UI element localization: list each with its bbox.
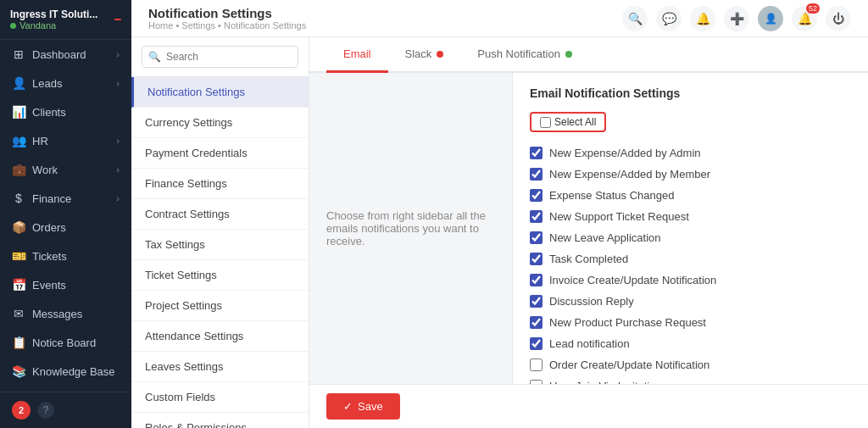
sidebar-item-events[interactable]: 📅 Events bbox=[0, 270, 131, 299]
sidebar-item-tickets[interactable]: 🎫 Tickets bbox=[0, 242, 131, 270]
search-input[interactable] bbox=[142, 46, 298, 68]
leads-icon: 👤 bbox=[12, 76, 25, 90]
notification-checkbox[interactable] bbox=[530, 147, 542, 159]
help-icon[interactable]: ? bbox=[37, 402, 54, 419]
power-icon[interactable]: ⏻ bbox=[826, 6, 851, 31]
checkbox-row: Expense Status Changed bbox=[530, 185, 851, 206]
email-notification-settings: Email Notification Settings Select All N… bbox=[512, 73, 868, 384]
search-icon[interactable]: 🔍 bbox=[622, 6, 648, 31]
sidebar-item-label: Events bbox=[32, 279, 66, 292]
chat-icon[interactable]: 💬 bbox=[656, 6, 682, 31]
settings-menu-item[interactable]: Leaves Settings bbox=[131, 352, 309, 382]
online-indicator bbox=[10, 23, 16, 29]
notification-checkbox[interactable] bbox=[530, 295, 542, 308]
topbar: Notification Settings Home • Settings • … bbox=[131, 0, 868, 37]
sidebar-item-leads[interactable]: 👤 Leads › bbox=[0, 69, 131, 97]
checkbox-row: New Leave Application bbox=[530, 227, 851, 248]
sidebar-item-finance[interactable]: $ Finance › bbox=[0, 184, 131, 213]
checkbox-row: New Support Ticket Request bbox=[530, 206, 851, 227]
select-all-button[interactable]: Select All bbox=[530, 112, 606, 132]
save-check-icon: ✓ bbox=[343, 400, 353, 413]
notification-checkbox[interactable] bbox=[530, 337, 542, 350]
notification-checkbox[interactable] bbox=[530, 359, 542, 371]
sidebar-footer: 2 ? bbox=[0, 392, 131, 428]
avatar[interactable]: 👤 bbox=[758, 6, 783, 31]
chevron-icon: › bbox=[116, 193, 120, 203]
checkbox-row: Invoice Create/Update Notification bbox=[530, 270, 851, 291]
select-all-row: Select All bbox=[530, 112, 851, 132]
save-bar: ✓ Save bbox=[309, 384, 868, 428]
tab-slack[interactable]: Slack bbox=[388, 37, 461, 73]
select-all-checkbox[interactable] bbox=[540, 117, 551, 128]
settings-menu-item[interactable]: Currency Settings bbox=[131, 108, 309, 138]
breadcrumb: Home • Settings • Notification Settings bbox=[148, 20, 306, 31]
sidebar-item-knowledge-base[interactable]: 📚 Knowledge Base bbox=[0, 357, 131, 386]
save-button[interactable]: ✓ Save bbox=[326, 393, 400, 420]
bell-icon[interactable]: 🔔 bbox=[690, 6, 715, 31]
sidebar-item-messages[interactable]: ✉ Messages bbox=[0, 299, 131, 328]
sidebar-item-label: Dashboard bbox=[32, 48, 86, 61]
sidebar-item-label: Clients bbox=[32, 106, 66, 119]
sidebar-item-label: Finance bbox=[32, 192, 71, 205]
notification-checkbox[interactable] bbox=[530, 231, 542, 244]
settings-menu-item[interactable]: Finance Settings bbox=[131, 169, 309, 199]
hr-icon: 👥 bbox=[12, 134, 25, 147]
settings-menu-item[interactable]: Contract Settings bbox=[131, 199, 309, 230]
notification-checkbox[interactable] bbox=[530, 168, 542, 181]
notification-checkbox[interactable] bbox=[530, 189, 542, 202]
kb-icon: 📚 bbox=[12, 364, 25, 378]
notice-icon: 📋 bbox=[12, 336, 25, 349]
tickets-icon: 🎫 bbox=[12, 249, 25, 263]
sidebar-item-label: Orders bbox=[32, 221, 66, 234]
settings-title: Email Notification Settings bbox=[530, 86, 851, 100]
sidebar-item-work[interactable]: 💼 Work › bbox=[0, 155, 131, 184]
checkbox-label: New Support Ticket Request bbox=[549, 210, 689, 223]
checkbox-row: New Product Purchase Request bbox=[530, 312, 851, 333]
settings-menu-item[interactable]: Notification Settings bbox=[131, 77, 309, 108]
page-title-text: Notification Settings bbox=[148, 6, 272, 20]
chevron-icon: › bbox=[116, 78, 120, 88]
notification-checkbox[interactable] bbox=[530, 316, 542, 329]
tab-email[interactable]: Email bbox=[326, 37, 388, 73]
settings-menu-item[interactable]: Custom Fields bbox=[131, 382, 309, 413]
sidebar-item-dashboard[interactable]: ⊞ Dashboard › bbox=[0, 40, 131, 69]
checkbox-row: Discussion Reply bbox=[530, 291, 851, 312]
sidebar-item-label: HR bbox=[32, 135, 48, 147]
chevron-icon: › bbox=[116, 164, 120, 175]
notification-icon[interactable]: 🔔 52 bbox=[792, 6, 817, 31]
sidebar-item-assets[interactable]: 🗂 Assets bbox=[0, 386, 131, 392]
checkbox-row: User Join Via Invitation bbox=[530, 375, 851, 384]
push-dot bbox=[565, 51, 572, 58]
sidebar-item-label: Notice Board bbox=[32, 336, 96, 349]
tab-slack-label: Slack bbox=[405, 47, 432, 60]
sidebar-item-orders[interactable]: 📦 Orders bbox=[0, 213, 131, 242]
tab-email-label: Email bbox=[343, 47, 371, 60]
sidebar-item-notice-board[interactable]: 📋 Notice Board bbox=[0, 328, 131, 357]
settings-menu-item[interactable]: Tax Settings bbox=[131, 230, 309, 260]
sidebar: Ingress IT Soluti... Vandana ⊞ Dashboard… bbox=[0, 0, 131, 428]
checkbox-row: Lead notification bbox=[530, 333, 851, 354]
sidebar-nav: ⊞ Dashboard › 👤 Leads › 📊 Clients 👥 HR › bbox=[0, 40, 131, 392]
footer-badge: 2 bbox=[12, 401, 31, 420]
clients-icon: 📊 bbox=[12, 105, 25, 119]
main-area: Notification Settings Home • Settings • … bbox=[131, 0, 868, 428]
checkbox-row: New Expense/Added by Member bbox=[530, 164, 851, 185]
sidebar-item-clients[interactable]: 📊 Clients bbox=[0, 97, 131, 126]
plus-icon[interactable]: ➕ bbox=[724, 6, 749, 31]
settings-menu-item[interactable]: Payment Credentials bbox=[131, 138, 309, 169]
notification-checkbox[interactable] bbox=[530, 253, 542, 265]
sidebar-item-label: Knowledge Base bbox=[32, 365, 115, 378]
sidebar-item-hr[interactable]: 👥 HR › bbox=[0, 126, 131, 155]
notification-checkbox[interactable] bbox=[530, 210, 542, 223]
settings-menu-item[interactable]: Project Settings bbox=[131, 291, 309, 321]
checkbox-label: Discussion Reply bbox=[549, 295, 634, 308]
notification-checkbox[interactable] bbox=[530, 274, 542, 286]
tab-push[interactable]: Push Notification bbox=[460, 37, 589, 73]
finance-icon: $ bbox=[12, 192, 25, 205]
settings-menu-item[interactable]: Ticket Settings bbox=[131, 260, 309, 291]
tab-push-label: Push Notification bbox=[477, 47, 560, 60]
chevron-icon: › bbox=[116, 136, 120, 146]
settings-menu-item[interactable]: Roles & Permissions bbox=[131, 413, 309, 428]
orders-icon: 📦 bbox=[12, 220, 25, 234]
settings-menu-item[interactable]: Attendance Settings bbox=[131, 321, 309, 352]
